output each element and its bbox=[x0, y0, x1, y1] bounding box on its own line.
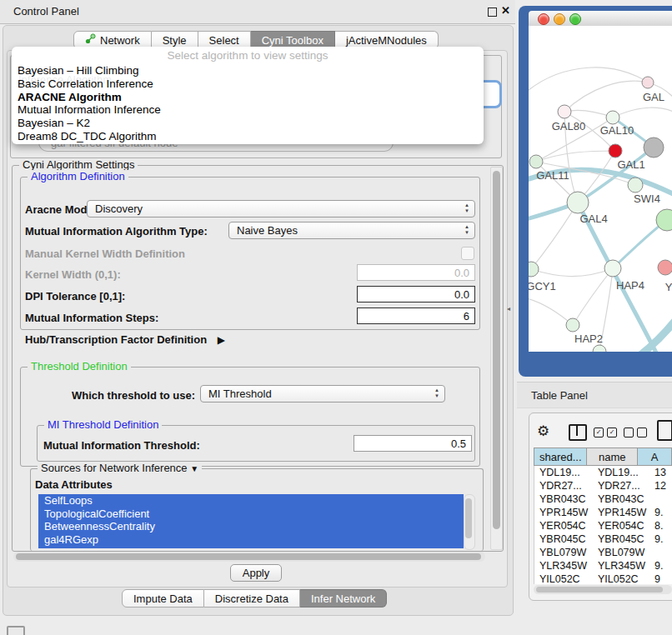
aracne-mode-combo[interactable]: Discovery ▲▼ bbox=[87, 200, 475, 218]
node-gray[interactable] bbox=[644, 138, 664, 158]
node-swi4[interactable] bbox=[628, 178, 643, 192]
minimized-window-icon[interactable] bbox=[7, 626, 25, 635]
table-h-scrollbar[interactable] bbox=[534, 585, 672, 594]
network-icon bbox=[85, 33, 96, 47]
network-window-titlebar[interactable] bbox=[529, 11, 672, 27]
node-hap2[interactable] bbox=[566, 318, 579, 332]
node-gal10[interactable] bbox=[606, 111, 619, 124]
dpi-tolerance-field[interactable]: 0.0 bbox=[357, 286, 475, 302]
tab-infer-network[interactable]: Infer Network bbox=[300, 589, 387, 608]
node-label-gal: GAL bbox=[643, 91, 664, 103]
node-gal11[interactable] bbox=[529, 155, 543, 168]
gear-icon[interactable]: ⚙ bbox=[537, 422, 549, 440]
column-header-shared-[interactable]: shared... bbox=[534, 448, 587, 466]
table-body: YDL19...YDL19...13YDR27...YDR27...12YBR0… bbox=[534, 466, 672, 584]
hub-definition-toggle[interactable]: Hub/Transcription Factor Definition ▶ bbox=[25, 333, 225, 346]
tab-impute-data[interactable]: Impute Data bbox=[122, 589, 204, 608]
threshold-definition-title: Threshold Definition bbox=[28, 360, 131, 372]
sources-toggle[interactable]: Sources for Network Inference ▼ bbox=[38, 462, 202, 474]
attribute-selfloops[interactable]: SelfLoops bbox=[38, 494, 464, 508]
node-gal80[interactable] bbox=[558, 105, 571, 118]
algorithm-item-bayesian-k2[interactable]: Bayesian – K2 bbox=[12, 117, 484, 130]
attribute-gal4rgexp[interactable]: gal4RGexp bbox=[38, 533, 464, 547]
mi-threshold-title: MI Threshold Definition bbox=[44, 418, 162, 431]
float-window-icon[interactable] bbox=[488, 8, 497, 17]
mi-type-combo[interactable]: Naive Bayes ▲▼ bbox=[228, 222, 475, 239]
select-all-checks-icon[interactable]: ✓✓ bbox=[594, 428, 617, 438]
attributes-scrollbar[interactable] bbox=[464, 494, 475, 550]
node-gal-top[interactable] bbox=[642, 77, 654, 88]
network-edge bbox=[531, 268, 613, 277]
table-panel-title: Table Panel bbox=[531, 389, 588, 402]
table-row[interactable]: YDL19...YDL19...13 bbox=[534, 466, 672, 479]
node-gal1[interactable] bbox=[609, 144, 622, 158]
kernel-width-field[interactable]: 0.0 bbox=[357, 264, 475, 281]
kernel-width-label: Kernel Width (0,1): bbox=[25, 268, 121, 281]
node-label-gal80: GAL80 bbox=[552, 120, 585, 132]
column-header-name[interactable]: name bbox=[587, 448, 638, 466]
algorithm-item-aracne-algorithm[interactable]: ARACNE Algorithm bbox=[12, 91, 484, 104]
data-attributes-list[interactable]: SelfLoopsTopologicalCoefficientBetweenne… bbox=[38, 494, 464, 548]
node-label-swi4: SWI4 bbox=[634, 192, 660, 205]
settings-scrollbar[interactable] bbox=[490, 167, 503, 550]
apply-button[interactable]: Apply bbox=[230, 564, 282, 582]
algorithm-item-dream8-dc-tdc-algorithm[interactable]: Dream8 DC_TDC Algorithm bbox=[12, 130, 484, 143]
close-panel-icon[interactable]: ✕ bbox=[501, 4, 510, 17]
minimize-light-icon[interactable] bbox=[554, 13, 565, 25]
page-icon[interactable] bbox=[657, 420, 672, 441]
algorithm-popup: Select algorithm to view settings Bayesi… bbox=[12, 47, 484, 144]
node-gal4[interactable] bbox=[567, 192, 589, 213]
table-row[interactable]: YLR345WYLR345W9. bbox=[534, 559, 672, 572]
manual-kernel-label: Manual Kernel Width Definition bbox=[25, 248, 185, 260]
expand-right-icon: ▶ bbox=[218, 334, 225, 346]
tab-discretize-data[interactable]: Discretize Data bbox=[204, 589, 300, 608]
manual-kernel-checkbox[interactable] bbox=[461, 247, 474, 260]
table-panel-titlebar: Table Panel bbox=[517, 382, 672, 408]
attribute-betweennesscentrality[interactable]: BetweennessCentrality bbox=[38, 520, 464, 533]
node-gcy1[interactable] bbox=[529, 262, 539, 277]
panel-resize-handle[interactable]: ◂ bbox=[507, 305, 510, 312]
combo-spinner-icon: ▲▼ bbox=[464, 224, 469, 236]
node-label-gal10: GAL10 bbox=[600, 124, 634, 137]
column-header-a[interactable]: A bbox=[638, 448, 672, 466]
attribute-topologicalcoefficient[interactable]: TopologicalCoefficient bbox=[38, 508, 464, 521]
network-canvas[interactable]: GALGAL80GAL10GAL1GAL11SWI4GAL4GCY1HAP4YH… bbox=[529, 26, 672, 352]
data-attributes-label: Data Attributes bbox=[35, 478, 113, 491]
dpi-tolerance-label: DPI Tolerance [0,1]: bbox=[25, 290, 125, 302]
table-row[interactable]: YER054CYER054C8. bbox=[534, 519, 672, 532]
mi-type-label: Mutual Information Algorithm Type: bbox=[25, 225, 208, 238]
network-edge bbox=[573, 268, 613, 325]
zoom-light-icon[interactable] bbox=[569, 13, 581, 25]
which-threshold-label: Which threshold to use: bbox=[72, 389, 195, 402]
mi-steps-field[interactable]: 6 bbox=[357, 308, 475, 324]
combo-spinner-icon: ▲▼ bbox=[464, 202, 469, 214]
network-edge bbox=[613, 108, 672, 118]
popup-placeholder: Select algorithm to view settings bbox=[12, 47, 484, 64]
table-row[interactable]: YBR045CYBR045C9. bbox=[534, 532, 672, 546]
which-threshold-combo[interactable]: MI Threshold ▲▼ bbox=[200, 385, 445, 402]
mi-threshold-field[interactable]: 0.5 bbox=[354, 435, 472, 452]
table-row[interactable]: YIL052CYIL052C9 bbox=[534, 572, 672, 584]
node-hap4[interactable] bbox=[604, 260, 621, 277]
cyni-group-title: Cyni Algorithm Settings bbox=[19, 158, 138, 171]
control-panel-title: Control Panel bbox=[13, 5, 79, 18]
table-row[interactable]: YPR145WYPR145W9. bbox=[534, 506, 672, 519]
mi-steps-label: Mutual Information Steps: bbox=[25, 312, 158, 324]
settings-h-scrollbar[interactable] bbox=[13, 552, 485, 562]
node-table: shared...nameA bbox=[534, 448, 672, 466]
table-row[interactable]: YBL079WYBL079W bbox=[534, 546, 672, 559]
node-low[interactable] bbox=[593, 345, 606, 352]
close-light-icon[interactable] bbox=[538, 13, 549, 25]
node-label-y: Y bbox=[665, 281, 672, 293]
ghost-group-label: Inference Algorithm bbox=[18, 73, 112, 86]
algorithm-item-mutual-information-inference[interactable]: Mutual Information Inference bbox=[12, 103, 484, 117]
deselect-all-checks-icon[interactable] bbox=[624, 428, 647, 438]
node-label-gcy1: GCY1 bbox=[529, 280, 556, 292]
table-row[interactable]: YBR043CYBR043C bbox=[534, 492, 672, 506]
node-salmon[interactable] bbox=[658, 260, 672, 275]
columns-icon[interactable] bbox=[569, 424, 587, 441]
algorithm-definition-title: Algorithm Definition bbox=[28, 170, 128, 182]
table-row[interactable]: YDR27...YDR27...12 bbox=[534, 479, 672, 492]
expand-down-icon: ▼ bbox=[190, 464, 198, 473]
network-edge bbox=[564, 81, 648, 112]
